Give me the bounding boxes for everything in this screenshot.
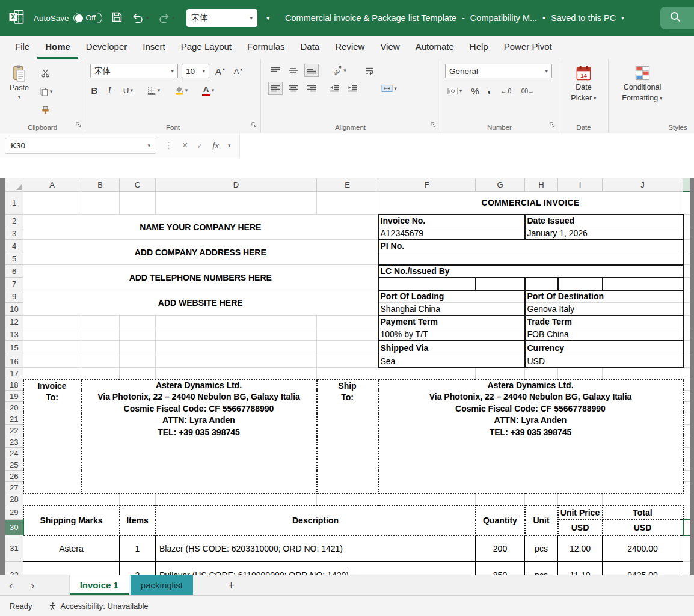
conditional-formatting-button[interactable]: Conditional Formatting▾ [611,63,674,105]
cell[interactable] [603,278,683,290]
cell[interactable] [683,303,690,316]
cell[interactable] [120,341,156,355]
column-header-k-partial[interactable] [683,178,690,192]
accounting-format-icon[interactable]: ▾ [445,84,464,97]
name-box-splitter-icon[interactable]: ⋮ [164,140,173,151]
cell[interactable] [81,368,120,379]
cell-item-total[interactable]: 9435.00 [603,562,683,575]
cell[interactable] [81,316,120,328]
row-header[interactable]: 32 [5,562,23,575]
tab-formulas[interactable]: Formulas [239,36,293,59]
cell[interactable] [683,240,690,252]
cell[interactable] [525,493,558,505]
number-dialog-launcher-icon[interactable] [549,119,555,130]
spreadsheet-grid[interactable]: A B C D E F G H I J 1 COMMERCIAL INVOICE [5,178,690,575]
cell-payment-term-label[interactable]: Payment Term [378,316,525,328]
row-header[interactable]: 31 [5,535,23,562]
cell[interactable] [603,368,683,379]
row-header[interactable]: 9 [5,290,23,303]
cell[interactable] [603,493,683,505]
percent-style-icon[interactable]: % [471,84,479,97]
decrease-decimal-icon[interactable]: .00→ [520,84,534,97]
cell-lc-label[interactable]: LC No./Issued By [378,265,683,278]
cell[interactable] [683,192,690,215]
cell[interactable] [683,316,690,328]
cell[interactable] [683,413,690,425]
row-header[interactable]: 13 [5,328,23,341]
cell[interactable] [81,328,120,341]
format-as-table-button[interactable]: Form Tabl [674,63,694,105]
cell[interactable] [683,227,690,240]
tab-review[interactable]: Review [327,36,372,59]
cell[interactable] [317,355,378,368]
cell[interactable] [156,341,317,355]
cancel-icon[interactable]: × [182,140,188,151]
cell[interactable] [317,192,378,215]
cell[interactable] [81,192,120,215]
undo-button[interactable]: ▾ [132,11,149,25]
header-shipping-marks[interactable]: Shipping Marks [23,505,120,535]
save-icon[interactable] [111,11,123,25]
row-header[interactable]: 27 [5,482,23,493]
cell-pi-no-value[interactable] [378,252,683,265]
column-header-c[interactable]: C [120,178,156,192]
align-center-icon[interactable] [286,82,301,95]
cell[interactable] [683,493,690,505]
cell-trade-term[interactable]: FOB China [525,328,683,341]
cell[interactable] [683,391,690,402]
row-header[interactable]: 1 [5,192,23,215]
number-format-select[interactable]: General▾ [445,64,552,78]
header-unit-price[interactable]: Unit Price [558,505,603,520]
cell[interactable] [156,316,317,328]
row-header[interactable]: 6 [5,265,23,278]
cell-shipped-via-label[interactable]: Shipped Via [378,341,525,355]
header-total[interactable]: Total [603,505,683,520]
cell[interactable] [683,265,690,278]
cell-item-qty[interactable]: 200 [476,535,525,562]
select-all-corner[interactable] [5,178,23,192]
increase-decimal-icon[interactable]: ←.0 [499,84,513,97]
name-box[interactable]: K30 ▾ [5,138,156,154]
cell-date-issued-label[interactable]: Date Issued [525,215,683,227]
cell-ship-to-label[interactable]: Ship To: [317,379,378,493]
autosave-toggle[interactable]: AutoSave Off [34,13,102,23]
increase-indent-icon[interactable] [345,82,360,95]
row-header[interactable]: 10 [5,303,23,316]
column-header-e[interactable]: E [317,178,378,192]
cell-company-name[interactable]: NAME YOUR COMPANY HERE [23,215,378,240]
cell[interactable] [156,368,317,379]
cell[interactable] [120,316,156,328]
formula-input[interactable] [239,133,694,157]
align-middle-icon[interactable] [286,64,301,77]
row-header[interactable]: 15 [5,341,23,355]
cell[interactable] [120,328,156,341]
cell-company-website[interactable]: ADD WEBSITE HERE [23,290,378,316]
copy-icon[interactable]: ▾ [38,85,53,98]
cell[interactable] [476,368,525,379]
format-painter-icon[interactable] [38,103,53,117]
cell[interactable] [120,493,156,505]
cell-item-marks[interactable] [23,562,120,575]
cell[interactable] [317,368,378,379]
cell[interactable] [317,316,378,328]
cell[interactable] [683,425,690,436]
cell[interactable] [81,493,120,505]
tab-file[interactable]: File [7,36,37,59]
font-size-select[interactable]: 10▾ [182,64,209,78]
row-header[interactable]: 19 [5,391,23,402]
tab-automate[interactable]: Automate [408,36,462,59]
cell-item-qty[interactable]: 850 [476,562,525,575]
font-color-icon[interactable]: A▾ [198,84,218,97]
row-header[interactable]: 4 [5,240,23,252]
decrease-font-size-icon[interactable]: A▾ [231,64,245,78]
cell[interactable] [683,290,690,303]
cell-item-price[interactable]: 11.10 [558,562,603,575]
column-header-g[interactable]: G [476,178,525,192]
cell[interactable] [476,493,525,505]
cell-ship-to-address[interactable]: Astera Dynamics Ltd. Via Photonix, 22 – … [378,379,683,493]
cell-item-no[interactable]: 1 [120,535,156,562]
cell[interactable] [81,341,120,355]
cell[interactable] [23,328,81,341]
borders-icon[interactable]: ▾ [143,84,164,97]
tab-view[interactable]: View [372,36,407,59]
